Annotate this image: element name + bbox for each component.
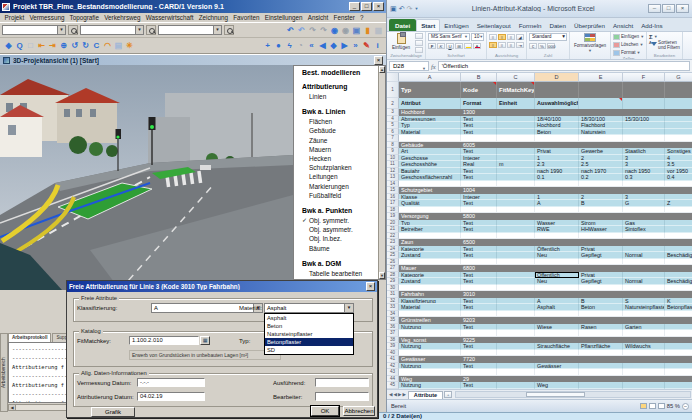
column-header-F[interactable]: F bbox=[623, 73, 665, 82]
arc-icon[interactable]: ◠ bbox=[102, 40, 113, 52]
chevron-down-icon[interactable]: ▼ bbox=[57, 26, 65, 34]
bearbeiter-field[interactable] bbox=[315, 392, 369, 401]
maximize-button[interactable]: □ bbox=[361, 2, 372, 11]
viewport-close-icon[interactable]: × bbox=[374, 56, 383, 65]
ribbon-tab-add-ins[interactable]: Add-Ins bbox=[637, 20, 666, 31]
align-bottom-button[interactable]: ≡ bbox=[507, 34, 515, 40]
cell-C2[interactable]: Einheit bbox=[497, 98, 535, 109]
scroll-down-icon[interactable]: ▼ bbox=[379, 272, 385, 279]
align-right-button[interactable]: ≡ bbox=[507, 42, 515, 48]
pan-icon[interactable]: ◈ bbox=[3, 40, 14, 52]
material-option-natursteinpflaster[interactable]: Natursteinpflaster bbox=[265, 330, 353, 338]
cell-C45[interactable] bbox=[497, 382, 535, 389]
formula-input[interactable]: 'Öffentlich bbox=[438, 61, 690, 71]
panel-item-leitungen[interactable]: Leitungen bbox=[302, 172, 376, 181]
cut-icon[interactable] bbox=[415, 33, 423, 39]
scroll-up-icon[interactable]: ▲ bbox=[379, 66, 385, 73]
sheet-nav-icons[interactable]: ◀◀▶▶ bbox=[389, 392, 407, 397]
cell-A45[interactable]: Nutzung bbox=[399, 382, 461, 389]
chevron-down-icon[interactable]: ▼ bbox=[213, 26, 221, 34]
cell-B45[interactable]: Text bbox=[461, 382, 497, 389]
new-window-icon[interactable]: □ bbox=[25, 40, 36, 52]
menu-ansicht[interactable]: Ansicht bbox=[305, 14, 331, 21]
panel-item-hecken[interactable]: Hecken bbox=[302, 154, 376, 163]
sphere-icon[interactable]: ● bbox=[273, 40, 284, 52]
current-icon[interactable]: ◆ bbox=[328, 40, 339, 52]
menu-wasserwirtschaft[interactable]: Wasserwirtschaft bbox=[143, 14, 196, 21]
cell-F45[interactable] bbox=[623, 382, 665, 389]
ribbon-tab-datei[interactable]: Datei bbox=[389, 19, 416, 31]
new-sheet-icon[interactable]: + bbox=[444, 391, 452, 398]
fitmatchkey-field[interactable]: 1.100.2.010 bbox=[129, 336, 199, 345]
cell-F2[interactable] bbox=[623, 98, 665, 109]
italic-button[interactable]: K bbox=[437, 43, 445, 49]
panel-item-mauern[interactable]: Mauern bbox=[302, 145, 376, 154]
column-header-E[interactable]: E bbox=[579, 73, 623, 82]
card1-titlebar[interactable]: Projekt TBR_Flme_Bestandsmodellierung - … bbox=[0, 0, 386, 13]
chevron-down-icon[interactable]: ▼ bbox=[135, 26, 143, 34]
cell-E1[interactable] bbox=[579, 82, 623, 98]
station-combo-1[interactable]: ▼ bbox=[2, 25, 66, 35]
panel-item-fußballfeld[interactable]: Fußballfeld bbox=[302, 191, 376, 200]
layout-view-icon[interactable] bbox=[649, 403, 656, 409]
cell-B2[interactable]: Format bbox=[461, 98, 497, 109]
bold-button[interactable]: F bbox=[428, 43, 436, 49]
copy-icon[interactable] bbox=[415, 40, 423, 46]
horizontal-scrollbar[interactable] bbox=[455, 391, 691, 398]
ribbon-tab-einfgen[interactable]: Einfügen bbox=[440, 20, 472, 31]
cell-F1[interactable] bbox=[623, 82, 665, 98]
menu-fenster[interactable]: Fenster bbox=[331, 14, 358, 21]
zellen-item-format[interactable]: Format▼ bbox=[613, 49, 641, 56]
column-header-D[interactable]: D bbox=[535, 73, 579, 82]
cell-D1[interactable] bbox=[535, 82, 579, 98]
close-button[interactable]: × bbox=[676, 4, 689, 13]
ribbon-tab-start[interactable]: Start bbox=[416, 19, 440, 31]
fill-color-button[interactable] bbox=[464, 43, 472, 49]
row-header-2[interactable]: 2 bbox=[387, 98, 399, 109]
vermessung-datum-field[interactable]: -.-.- bbox=[137, 378, 205, 387]
zellen-item-einfgen[interactable]: Einfügen▼ bbox=[613, 33, 644, 40]
menu-favoriten[interactable]: Favoriten bbox=[231, 14, 262, 21]
column-header-C[interactable]: C bbox=[497, 73, 535, 82]
minimize-button[interactable]: – bbox=[648, 4, 661, 13]
ribbon-tab-ansicht[interactable]: Ansicht bbox=[609, 20, 637, 31]
maximize-button[interactable]: □ bbox=[662, 4, 675, 13]
font-color-button[interactable]: A bbox=[473, 43, 481, 49]
panel-scrollbar[interactable]: ▲ ▼ bbox=[378, 66, 385, 279]
attributierung-datum-field[interactable]: 04.02.19 bbox=[137, 392, 205, 401]
first-icon[interactable]: « bbox=[306, 40, 317, 52]
material-option-betonpflaster[interactable]: Betonpflaster bbox=[265, 338, 353, 346]
cell-E45[interactable] bbox=[579, 382, 623, 389]
thousands-button[interactable]: 000 bbox=[547, 43, 555, 49]
menu-projekt[interactable]: Projekt bbox=[2, 14, 27, 21]
font-name-combo[interactable]: MS Sans Serif▼ bbox=[428, 33, 470, 41]
panel-item-objasymmetr[interactable]: Obj. asymmetr. bbox=[302, 225, 376, 234]
currency-button[interactable]: € bbox=[529, 43, 537, 49]
prev-view-icon[interactable]: ⇤ bbox=[36, 40, 47, 52]
viewport-3d[interactable] bbox=[0, 65, 293, 290]
formatvorlagen-button[interactable]: Formatvorlagen ▼ bbox=[572, 33, 608, 53]
save-icon[interactable]: ▣ bbox=[390, 5, 397, 13]
panel-icon[interactable]: ▣ bbox=[351, 24, 362, 36]
dialog-titlebar[interactable]: Freie Attributierung für Linie 3 (Kode 3… bbox=[67, 281, 377, 292]
cell-A2[interactable]: Attribut bbox=[399, 98, 461, 109]
ribbon-tab-daten[interactable]: Daten bbox=[545, 20, 570, 31]
column-header-B[interactable]: B bbox=[461, 73, 497, 82]
row-header-45[interactable]: 45 bbox=[387, 382, 399, 389]
grid-icon[interactable]: ▦ bbox=[373, 24, 384, 36]
sheet-tab-attribute[interactable]: Attribute bbox=[408, 391, 443, 399]
undo-all-icon[interactable]: ↶ bbox=[296, 24, 307, 36]
scroll-left-icon[interactable]: ◀ bbox=[9, 405, 16, 410]
ribbon-tab-berprfen[interactable]: Überprüfen bbox=[570, 20, 609, 31]
flash-icon[interactable]: ϟ bbox=[284, 40, 295, 52]
clock-icon[interactable]: ◔ bbox=[295, 40, 306, 52]
next-view-icon[interactable]: ⇥ bbox=[47, 40, 58, 52]
paste-button[interactable]: Einfügen bbox=[389, 33, 413, 50]
last-icon[interactable]: » bbox=[350, 40, 361, 52]
panel-item-objsymmetr[interactable]: ✓Obj. symmetr. bbox=[302, 216, 376, 225]
rotate-c-icon[interactable]: C bbox=[91, 40, 102, 52]
column-header-A[interactable]: A bbox=[399, 73, 461, 82]
edit-icon[interactable]: ✎ bbox=[361, 40, 372, 52]
search-icon[interactable] bbox=[146, 25, 156, 35]
prev-icon[interactable]: ◀ bbox=[317, 40, 328, 52]
